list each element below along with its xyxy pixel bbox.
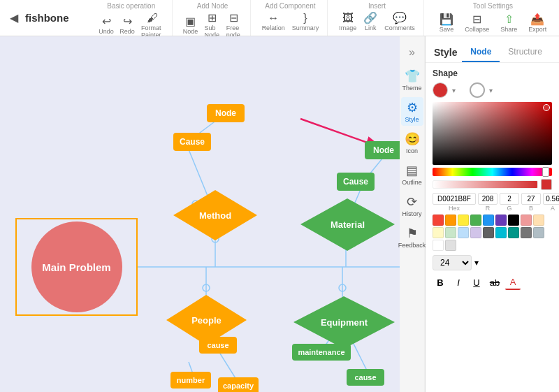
basic-operation-label: Basic operation: [107, 2, 155, 10]
cause4-box[interactable]: cause: [347, 369, 384, 386]
color-swatch[interactable]: [483, 215, 494, 226]
equipment-node[interactable]: Equipment: [293, 296, 395, 349]
color-swatch[interactable]: [445, 215, 456, 226]
color-swatch[interactable]: [508, 215, 519, 226]
feedback-icon-button[interactable]: ⚑ Feedback: [401, 223, 423, 252]
color-swatch[interactable]: [445, 240, 456, 251]
collapse-button[interactable]: ⊟Collapse: [460, 11, 493, 34]
font-size-select[interactable]: 24121416 1820242832: [433, 255, 472, 270]
strikethrough-button[interactable]: ab: [487, 275, 502, 290]
main-problem-box[interactable]: Main Problem: [15, 218, 138, 316]
fill-color-button[interactable]: [433, 82, 448, 98]
color-swatch[interactable]: [458, 215, 469, 226]
font-size-chevron-icon: ▾: [474, 258, 479, 268]
color-swatch[interactable]: [521, 227, 532, 238]
panel-tabs: Node Structure: [462, 43, 551, 62]
feedback-icon: ⚑: [407, 226, 418, 241]
sub-node-button[interactable]: ⊞Sub Node: [202, 11, 222, 40]
expand-panel-button[interactable]: »: [405, 42, 419, 63]
color-picker-gradient[interactable]: [433, 102, 552, 165]
underline-button[interactable]: U: [469, 275, 484, 290]
b-input[interactable]: [521, 193, 541, 205]
opacity-slider[interactable]: [433, 180, 538, 189]
color-swatch[interactable]: [533, 227, 544, 238]
icon-icon-button[interactable]: 😊 Icon: [401, 129, 423, 157]
g-input[interactable]: [500, 193, 519, 205]
r-input[interactable]: [478, 193, 498, 205]
link-button[interactable]: 🔗Link: [361, 11, 380, 33]
color-swatch[interactable]: [495, 227, 507, 238]
color-swatch[interactable]: [433, 240, 444, 251]
redo-button[interactable]: ↪Redo: [117, 15, 137, 36]
undo-button[interactable]: ↩Undo: [96, 15, 116, 36]
stroke-color-button[interactable]: [470, 82, 485, 98]
svg-point-15: [203, 284, 210, 291]
panel-header: Style Node Structure: [426, 36, 559, 63]
tab-structure[interactable]: Structure: [500, 43, 551, 62]
format-painter-button[interactable]: 🖌Format Painter: [138, 11, 166, 40]
text-color-button[interactable]: A: [505, 275, 521, 290]
capacity-box[interactable]: capacity: [218, 377, 259, 392]
maintenance-box[interactable]: maintenance: [292, 344, 351, 361]
outline-icon-button[interactable]: ▤ Outline: [401, 160, 423, 189]
hue-slider[interactable]: [433, 168, 552, 176]
history-label: History: [402, 210, 422, 217]
hex-input-group: Hex: [433, 193, 476, 212]
add-component-group: Add Component ↔Relation }Summary: [254, 0, 328, 36]
history-icon-button[interactable]: ⟳ History: [401, 191, 423, 220]
node2-box[interactable]: Node: [365, 141, 402, 159]
emoji-icon: 😊: [405, 131, 420, 147]
material-node[interactable]: Material: [300, 198, 395, 251]
theme-icon-button[interactable]: 👕 Theme: [401, 66, 423, 94]
color-swatch[interactable]: [433, 215, 444, 226]
stroke-chevron-icon[interactable]: ▾: [489, 87, 493, 94]
opacity-row: [433, 179, 552, 190]
right-panel: Style Node Structure Shape ▾ ▾: [425, 36, 559, 392]
summary-button[interactable]: }Summary: [289, 11, 322, 33]
color-swatch[interactable]: [458, 227, 469, 238]
number-box[interactable]: number: [170, 372, 211, 389]
cause3-box[interactable]: cause: [199, 337, 237, 354]
back-button[interactable]: ◀: [6, 8, 22, 27]
style-icon-button[interactable]: ⚙ Style: [401, 97, 423, 126]
main-problem-circle[interactable]: Main Problem: [31, 222, 122, 312]
bold-button[interactable]: B: [433, 275, 448, 290]
color-swatches: [433, 215, 552, 251]
icon-label: Icon: [406, 147, 418, 154]
color-swatch[interactable]: [445, 227, 456, 238]
relation-button[interactable]: ↔Relation: [259, 11, 288, 33]
color-swatch[interactable]: [533, 215, 544, 226]
export-button[interactable]: 📤Export: [524, 11, 551, 34]
cause2-box[interactable]: Cause: [337, 173, 375, 191]
insert-group: Insert 🖼Image 🔗Link 💬Comments: [331, 0, 424, 36]
hex-input[interactable]: [433, 193, 476, 205]
node-button[interactable]: ▣Node: [181, 15, 201, 36]
tool-settings-group: Tool Settings 💾Save ⊟Collapse ⇧Share 📤Ex…: [430, 0, 557, 36]
style-label: Style: [405, 116, 419, 123]
method-node[interactable]: Method: [173, 190, 257, 240]
tab-node[interactable]: Node: [462, 43, 500, 62]
italic-button[interactable]: I: [451, 275, 466, 290]
cause1-box[interactable]: Cause: [173, 133, 211, 151]
color-swatch[interactable]: [508, 227, 519, 238]
color-swatch[interactable]: [470, 227, 481, 238]
comments-button[interactable]: 💬Comments: [382, 11, 418, 33]
a-input[interactable]: [543, 193, 559, 205]
canvas[interactable]: Main Problem Method Material People: [0, 36, 425, 392]
node1-box[interactable]: Node: [207, 104, 245, 122]
color-swatch[interactable]: [495, 215, 507, 226]
free-node-button[interactable]: ⊟Free node: [224, 11, 245, 40]
color-swatch[interactable]: [521, 215, 532, 226]
insert-label: Insert: [368, 2, 386, 10]
fill-chevron-icon[interactable]: ▾: [452, 87, 456, 94]
share-button[interactable]: ⇧Share: [496, 11, 521, 34]
shape-section: Shape ▾ ▾: [426, 63, 559, 296]
color-swatch[interactable]: [433, 227, 444, 238]
toolbar: ◀ fishbone Basic operation ↩Undo ↪Redo 🖌…: [0, 0, 559, 36]
hue-thumb: [542, 167, 549, 177]
panel-title: Style: [434, 47, 457, 58]
color-swatch[interactable]: [470, 215, 481, 226]
image-button[interactable]: 🖼Image: [336, 11, 359, 33]
save-button[interactable]: 💾Save: [435, 11, 458, 34]
color-swatch[interactable]: [483, 227, 494, 238]
